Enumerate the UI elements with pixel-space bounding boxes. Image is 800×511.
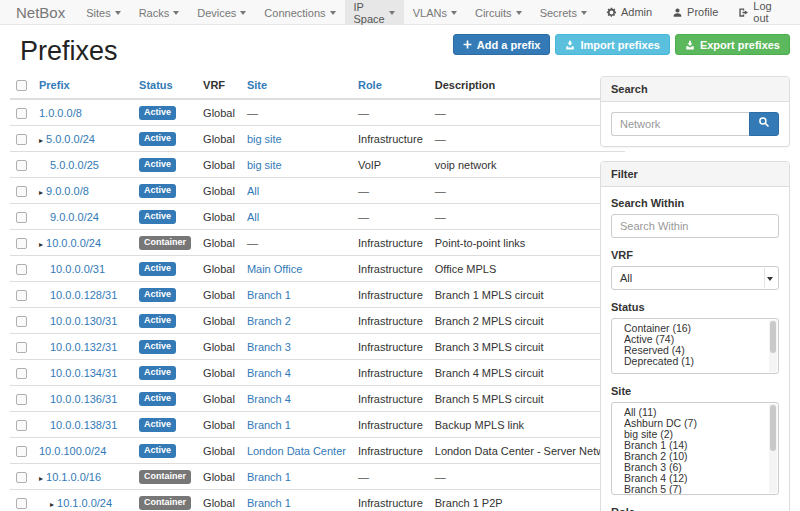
site-link[interactable]: Branch 1 <box>247 497 291 509</box>
description-cell: Backup MPLS link <box>429 412 626 438</box>
row-checkbox[interactable] <box>16 394 27 405</box>
row-select-cell <box>10 412 33 438</box>
role-cell: Infrastructure <box>352 412 429 438</box>
site-scrollbar[interactable] <box>769 404 777 493</box>
site-link[interactable]: Branch 1 <box>247 471 291 483</box>
nav-item-circuits[interactable]: Circuits <box>466 0 531 24</box>
site-link[interactable]: Branch 3 <box>247 341 291 353</box>
nav-link[interactable]: Devices <box>188 0 255 25</box>
prefix-link[interactable]: 10.0.0.138/31 <box>50 419 117 431</box>
export-prefixes-button[interactable]: Export prefixes <box>675 34 790 55</box>
prefix-link[interactable]: 10.0.0.132/31 <box>50 341 117 353</box>
site-link[interactable]: Branch 2 <box>247 315 291 327</box>
nav-link[interactable]: Racks <box>130 0 189 25</box>
row-checkbox[interactable] <box>16 498 27 509</box>
row-checkbox[interactable] <box>16 186 27 197</box>
status-label: Status <box>611 301 779 313</box>
site-cell: Branch 3 <box>241 334 352 360</box>
nav-item-devices[interactable]: Devices <box>188 0 255 24</box>
row-checkbox[interactable] <box>16 264 27 275</box>
vrf-cell: Global <box>197 438 241 464</box>
prefix-link[interactable]: 5.0.0.0/25 <box>50 159 99 171</box>
nav-link[interactable]: IP Space <box>345 0 404 25</box>
row-checkbox[interactable] <box>16 108 27 119</box>
select-all-checkbox[interactable] <box>16 80 27 91</box>
row-checkbox[interactable] <box>16 368 27 379</box>
status-listbox[interactable]: Container (16)Active (74)Reserved (4)Dep… <box>611 318 779 374</box>
prefix-link[interactable]: 9.0.0.0/24 <box>50 211 99 223</box>
plus-icon <box>463 40 472 49</box>
nav-link[interactable]: Circuits <box>466 0 531 25</box>
row-checkbox[interactable] <box>16 238 27 249</box>
prefix-cell: 5.0.0.0/25 <box>33 152 133 178</box>
site-link[interactable]: Main Office <box>247 263 302 275</box>
site-link[interactable]: big site <box>247 133 282 145</box>
nav-item-secrets[interactable]: Secrets <box>531 0 596 24</box>
column-header-status[interactable]: Status <box>133 75 197 100</box>
prefix-cell: 1.0.0.0/8 <box>33 99 133 126</box>
row-checkbox[interactable] <box>16 316 27 327</box>
prefix-link[interactable]: 10.0.0.136/31 <box>50 393 117 405</box>
status-scrollbar[interactable] <box>769 320 777 372</box>
nav-link[interactable]: Connections <box>255 0 344 25</box>
role-cell: — <box>352 178 429 204</box>
nav-item-sites[interactable]: Sites <box>77 0 129 24</box>
row-checkbox[interactable] <box>16 212 27 223</box>
row-checkbox[interactable] <box>16 134 27 145</box>
site-cell: — <box>241 99 352 126</box>
vrf-select[interactable]: All <box>611 266 779 290</box>
column-header-role[interactable]: Role <box>352 75 429 100</box>
row-checkbox[interactable] <box>16 472 27 483</box>
site-link[interactable]: Branch 1 <box>247 289 291 301</box>
vrf-cell: Global <box>197 360 241 386</box>
site-link[interactable]: All <box>247 185 259 197</box>
nav-link[interactable]: Sites <box>77 0 129 25</box>
site-listbox[interactable]: All (11)Ashburn DC (7)big site (2)Branch… <box>611 402 779 495</box>
row-checkbox[interactable] <box>16 290 27 301</box>
nav-item-racks[interactable]: Racks <box>130 0 189 24</box>
prefix-link[interactable]: 10.0.0.0/31 <box>50 263 105 275</box>
row-checkbox[interactable] <box>16 446 27 457</box>
site-link[interactable]: Branch 1 <box>247 419 291 431</box>
role-cell: — <box>352 99 429 126</box>
status-option[interactable]: Deprecated (1) <box>612 356 778 367</box>
nav-link[interactable]: VLANs <box>404 0 466 25</box>
search-button[interactable] <box>749 112 779 136</box>
row-checkbox[interactable] <box>16 342 27 353</box>
site-link[interactable]: All <box>247 211 259 223</box>
site-link[interactable]: Branch 4 <box>247 367 291 379</box>
prefix-link[interactable]: 10.0.0.0/24 <box>46 237 101 249</box>
nav-link[interactable]: Secrets <box>531 0 596 25</box>
admin-link[interactable]: Admin <box>596 0 662 24</box>
search-within-input[interactable] <box>611 214 779 238</box>
prefix-link[interactable]: 10.0.100.0/24 <box>39 445 106 457</box>
column-header-prefix[interactable]: Prefix <box>33 75 133 100</box>
site-link[interactable]: Branch 4 <box>247 393 291 405</box>
prefix-link[interactable]: 10.1.0.0/24 <box>57 497 112 509</box>
chevron-down-icon <box>451 11 457 15</box>
site-link[interactable]: big site <box>247 159 282 171</box>
import-prefixes-button[interactable]: Import prefixes <box>555 34 669 55</box>
profile-link[interactable]: Profile <box>662 0 728 24</box>
prefix-link[interactable]: 10.0.0.134/31 <box>50 367 117 379</box>
log-out-link[interactable]: Log out <box>728 0 786 24</box>
prefix-link[interactable]: 10.1.0.0/16 <box>46 471 101 483</box>
search-input[interactable] <box>611 112 749 136</box>
prefix-link[interactable]: 9.0.0.0/8 <box>46 185 89 197</box>
nav-item-ip-space[interactable]: IP Space <box>345 0 404 24</box>
add-prefix-button[interactable]: Add a prefix <box>453 34 551 55</box>
prefix-link[interactable]: 10.0.0.128/31 <box>50 289 117 301</box>
prefix-link[interactable]: 10.0.0.130/31 <box>50 315 117 327</box>
row-checkbox[interactable] <box>16 420 27 431</box>
site-link[interactable]: London Data Center <box>247 445 346 457</box>
nav-item-connections[interactable]: Connections <box>255 0 344 24</box>
row-checkbox[interactable] <box>16 160 27 171</box>
vrf-cell: Global <box>197 412 241 438</box>
nav-item-vlans[interactable]: VLANs <box>404 0 466 24</box>
vrf-cell: Global <box>197 308 241 334</box>
column-header-site[interactable]: Site <box>241 75 352 100</box>
app-brand[interactable]: NetBox <box>0 0 77 24</box>
prefix-link[interactable]: 5.0.0.0/24 <box>46 133 95 145</box>
status-badge: Active <box>139 184 176 198</box>
prefix-link[interactable]: 1.0.0.0/8 <box>39 107 82 119</box>
